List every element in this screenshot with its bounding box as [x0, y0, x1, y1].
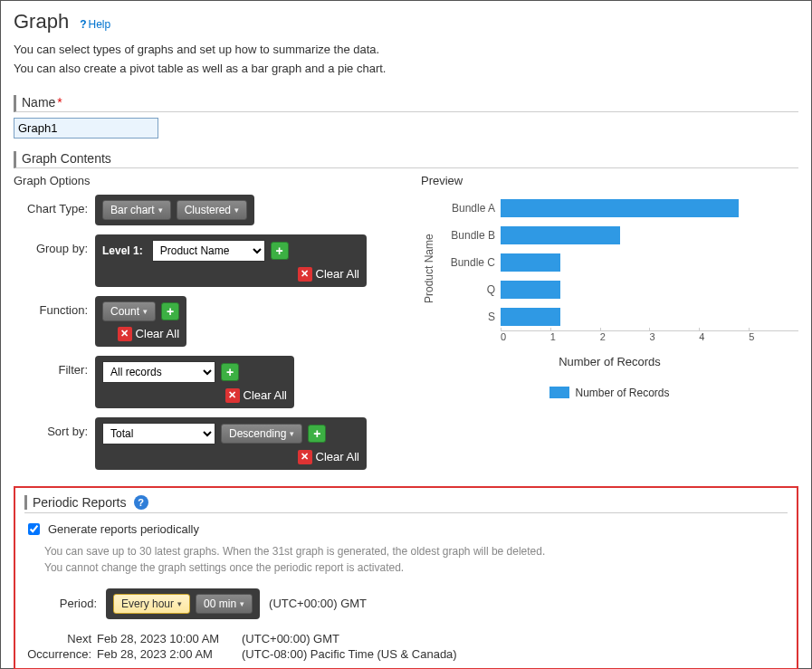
clear-all-label: Clear All: [136, 327, 179, 340]
chart-legend: Number of Records: [421, 387, 798, 399]
generate-periodically-checkbox[interactable]: [28, 523, 40, 535]
periodic-reports-heading: Periodic Reports: [24, 495, 127, 510]
chart-x-tick: 4: [699, 331, 749, 342]
period-timezone: (UTC+00:00) GMT: [269, 597, 367, 610]
description-line-1: You can select types of graphs and set u…: [14, 41, 798, 60]
function-select[interactable]: Count: [102, 301, 156, 321]
generate-periodically-label: Generate reports periodically: [48, 522, 199, 536]
preview-heading: Preview: [421, 174, 798, 187]
clear-all-label: Clear All: [316, 450, 359, 464]
chart-x-tick: 2: [600, 331, 650, 342]
chart-y-axis-label: Product Name: [421, 195, 437, 342]
chart-category-label: Bundle A: [437, 202, 501, 215]
help-icon[interactable]: ?: [134, 495, 148, 510]
group-by-level1-select[interactable]: Product Name: [152, 240, 265, 262]
periodic-reports-section: Periodic Reports ? Generate reports peri…: [14, 486, 798, 669]
chart-bar: [501, 308, 560, 326]
close-icon: ✕: [118, 327, 132, 341]
periodic-note-1: You can save up to 30 latest graphs. Whe…: [44, 543, 788, 559]
group-by-clear-all-button[interactable]: ✕ Clear All: [298, 267, 359, 282]
chart-type-label: Chart Type:: [14, 195, 95, 215]
chart-bar: [501, 226, 620, 244]
chart-bar-row: Bundle B: [437, 222, 798, 249]
graph-options-heading: Graph Options: [14, 174, 403, 187]
function-label: Function:: [14, 296, 95, 317]
graph-name-input[interactable]: [14, 118, 158, 139]
name-label: Name: [22, 95, 55, 110]
next-occurrence-tz-1: (UTC+00:00) GMT: [242, 632, 477, 645]
chart-x-tick: 1: [550, 331, 600, 342]
close-icon: ✕: [298, 267, 312, 282]
group-by-level-label: Level 1:: [102, 244, 143, 257]
filter-add-button[interactable]: +: [221, 363, 239, 381]
filter-label: Filter:: [14, 356, 95, 377]
periodic-note-2: You cannot change the graph settings onc…: [44, 559, 788, 576]
clear-all-label: Clear All: [316, 267, 359, 281]
legend-label: Number of Records: [575, 387, 669, 399]
help-link[interactable]: Help: [80, 18, 110, 31]
page-title: Graph: [14, 10, 69, 33]
period-minute-select[interactable]: 00 min: [196, 594, 253, 614]
sort-by-label: Sort by:: [14, 417, 95, 438]
chart-bar-row: Q: [437, 276, 798, 303]
function-clear-all-button[interactable]: ✕ Clear All: [118, 327, 179, 341]
close-icon: ✕: [298, 450, 312, 464]
description-line-2: You can also create a pivot table as wel…: [14, 60, 798, 79]
group-by-add-button[interactable]: +: [271, 242, 289, 260]
chart-bar: [501, 253, 560, 272]
chart-preview: Product Name Bundle ABundle BBundle CQS0…: [421, 195, 798, 399]
page-description: You can select types of graphs and set u…: [14, 41, 798, 79]
chart-bar-row: S: [437, 303, 798, 330]
next-occurrence-label-2: Occurrence:: [24, 647, 97, 661]
period-interval-select[interactable]: Every hour: [113, 594, 190, 614]
chart-bar: [501, 281, 560, 299]
chart-x-tick: 5: [749, 331, 798, 342]
next-occurrence-time-2: Feb 28, 2023 2:00 AM: [97, 647, 242, 661]
sort-by-add-button[interactable]: +: [308, 425, 326, 443]
chart-category-label: Q: [437, 283, 501, 296]
name-section-header: Name*: [14, 95, 798, 112]
required-asterisk: *: [57, 95, 62, 110]
graph-contents-header: Graph Contents: [14, 151, 798, 168]
chart-bar-row: Bundle A: [437, 195, 798, 222]
chart-category-label: Bundle C: [437, 256, 501, 269]
function-add-button[interactable]: +: [161, 302, 179, 320]
sort-by-field-select[interactable]: Total: [102, 423, 215, 444]
filter-select[interactable]: All records: [102, 361, 215, 383]
sort-by-clear-all-button[interactable]: ✕ Clear All: [298, 450, 359, 464]
filter-clear-all-button[interactable]: ✕ Clear All: [225, 388, 287, 403]
period-label: Period:: [24, 597, 97, 610]
sort-by-direction-select[interactable]: Descending: [221, 424, 302, 444]
chart-bar-row: Bundle C: [437, 249, 798, 276]
chart-x-axis-label: Number of Records: [421, 355, 798, 368]
chart-bar: [501, 199, 739, 217]
chart-category-label: S: [437, 311, 501, 323]
chart-x-tick: 0: [501, 331, 550, 342]
next-occurrence-time-1: Feb 28, 2023 10:00 AM: [97, 632, 242, 645]
next-occurrence-tz-2: (UTC-08:00) Pacific Time (US & Canada): [242, 647, 477, 661]
chart-type-secondary-select[interactable]: Clustered: [177, 200, 247, 220]
chart-x-tick: 3: [649, 331, 699, 342]
group-by-label: Group by:: [14, 234, 95, 255]
clear-all-label: Clear All: [244, 388, 287, 402]
chart-type-primary-select[interactable]: Bar chart: [102, 200, 171, 220]
legend-swatch: [549, 387, 569, 398]
next-occurrence-label-1: Next: [24, 632, 97, 645]
close-icon: ✕: [225, 388, 240, 403]
chart-category-label: Bundle B: [437, 229, 501, 242]
